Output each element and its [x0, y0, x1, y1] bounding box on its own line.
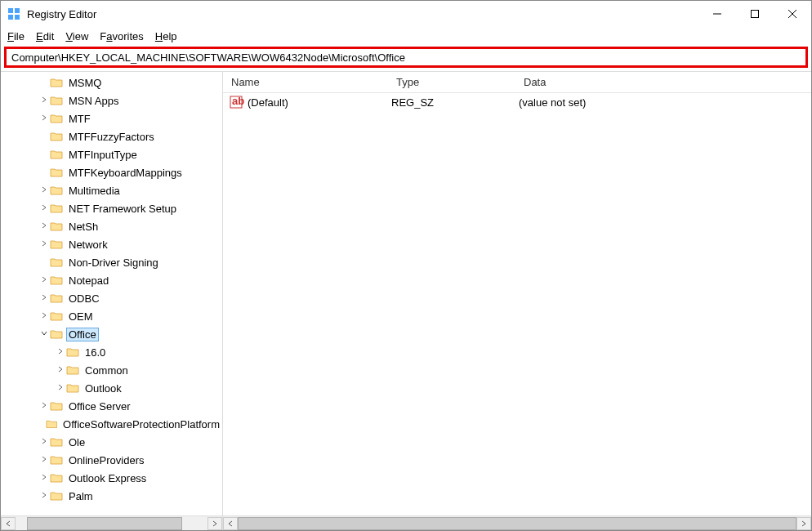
- tree-label: OEM: [66, 310, 96, 324]
- tree-hscrollbar[interactable]: [1, 515, 222, 530]
- folder-icon: [46, 418, 58, 430]
- chevron-right-icon[interactable]: [38, 275, 50, 285]
- tree-label: MSN Apps: [66, 94, 121, 108]
- minimize-button[interactable]: [698, 1, 736, 27]
- tree-label: ODBC: [66, 292, 102, 306]
- folder-icon: [50, 292, 63, 304]
- tree-label: Palm: [66, 489, 96, 503]
- chevron-down-icon[interactable]: [38, 329, 50, 339]
- tree-item-net-framework-setup[interactable]: NET Framework Setup: [1, 199, 222, 217]
- folder-icon: [50, 328, 63, 340]
- chevron-right-icon[interactable]: [38, 114, 50, 123]
- chevron-right-icon[interactable]: [38, 455, 50, 465]
- list-hscrollbar[interactable]: [223, 515, 811, 530]
- tree-label: OnlineProviders: [66, 453, 147, 467]
- scroll-thumb[interactable]: [238, 517, 796, 530]
- tree-item-16-0[interactable]: 16.0: [1, 343, 222, 361]
- tree-item-mtfinputtype[interactable]: MTFInputType: [1, 145, 222, 163]
- menu-view[interactable]: View: [65, 30, 88, 42]
- string-value-icon: ab: [230, 95, 244, 109]
- tree-label: MTFKeyboardMappings: [66, 166, 185, 180]
- scroll-right-button[interactable]: [796, 517, 811, 530]
- col-type[interactable]: Type: [388, 76, 515, 88]
- tree-item-outlook-express[interactable]: Outlook Express: [1, 469, 222, 487]
- folder-icon: [66, 346, 79, 358]
- list-header[interactable]: Name Type Data: [223, 72, 811, 93]
- tree-item-mtf[interactable]: MTF: [1, 109, 222, 127]
- app-icon: [7, 7, 20, 20]
- tree-item-office-server[interactable]: Office Server: [1, 397, 222, 415]
- scroll-track[interactable]: [16, 517, 207, 530]
- address-bar[interactable]: Computer\HKEY_LOCAL_MACHINE\SOFTWARE\WOW…: [4, 47, 808, 68]
- folder-icon: [50, 149, 63, 160]
- tree-item-ole[interactable]: Ole: [1, 433, 222, 451]
- tree-item-notepad[interactable]: Notepad: [1, 271, 222, 289]
- chevron-right-icon[interactable]: [55, 365, 66, 375]
- tree-item-netsh[interactable]: NetSh: [1, 217, 222, 235]
- tree-item-mtffuzzyfactors[interactable]: MTFFuzzyFactors: [1, 127, 222, 145]
- tree-item-network[interactable]: Network: [1, 235, 222, 253]
- folder-icon: [50, 113, 63, 124]
- scroll-track[interactable]: [238, 517, 796, 530]
- menu-file[interactable]: File: [7, 30, 25, 42]
- tree-label: OfficeSoftwareProtectionPlatform: [60, 417, 222, 431]
- tree-item-non-driver-signing[interactable]: Non-Driver Signing: [1, 253, 222, 271]
- svg-text:ab: ab: [232, 95, 244, 107]
- menu-help[interactable]: Help: [155, 30, 177, 42]
- tree-item-palm[interactable]: Palm: [1, 487, 222, 505]
- tree-item-msn-apps[interactable]: MSN Apps: [1, 91, 222, 109]
- tree-item-office[interactable]: Office: [1, 325, 222, 343]
- tree-label: MTF: [66, 112, 93, 126]
- scroll-left-button[interactable]: [223, 517, 238, 530]
- tree-label: Outlook Express: [66, 471, 149, 485]
- tree-item-common[interactable]: Common: [1, 361, 222, 379]
- value-row[interactable]: ab(Default)REG_SZ(value not set): [223, 93, 811, 111]
- col-name[interactable]: Name: [223, 76, 388, 88]
- menu-edit[interactable]: Edit: [36, 30, 54, 42]
- close-button[interactable]: [774, 1, 811, 27]
- tree-item-mtfkeyboardmappings[interactable]: MTFKeyboardMappings: [1, 163, 222, 181]
- chevron-right-icon[interactable]: [55, 383, 66, 393]
- col-data[interactable]: Data: [515, 76, 811, 88]
- value-type: REG_SZ: [391, 96, 519, 109]
- tree-label: Office Server: [66, 399, 133, 413]
- tree-item-onlineproviders[interactable]: OnlineProviders: [1, 451, 222, 469]
- scroll-thumb[interactable]: [27, 517, 182, 530]
- tree-item-msmq[interactable]: MSMQ: [1, 74, 222, 91]
- list-pane: Name Type Data ab(Default)REG_SZ(value n…: [223, 72, 811, 530]
- chevron-right-icon[interactable]: [55, 347, 66, 357]
- tree-item-oem[interactable]: OEM: [1, 307, 222, 325]
- tree-label: Outlook: [83, 382, 124, 395]
- chevron-right-icon[interactable]: [38, 473, 50, 483]
- chevron-right-icon[interactable]: [38, 293, 50, 303]
- chevron-right-icon[interactable]: [38, 311, 50, 321]
- list-body[interactable]: ab(Default)REG_SZ(value not set): [223, 93, 811, 515]
- folder-icon: [50, 490, 63, 502]
- tree-item-outlook[interactable]: Outlook: [1, 379, 222, 397]
- tree-label: Ole: [66, 435, 87, 449]
- folder-icon: [66, 364, 79, 376]
- folder-icon: [50, 274, 63, 286]
- tree-label: MTFFuzzyFactors: [66, 130, 157, 144]
- menu-favorites[interactable]: Favorites: [100, 30, 143, 42]
- chevron-right-icon[interactable]: [38, 401, 50, 411]
- svg-rect-5: [752, 11, 759, 18]
- tree-item-multimedia[interactable]: Multimedia: [1, 181, 222, 199]
- tree-item-odbc[interactable]: ODBC: [1, 289, 222, 307]
- scroll-left-button[interactable]: [1, 517, 16, 530]
- chevron-right-icon[interactable]: [38, 437, 50, 447]
- chevron-right-icon[interactable]: [38, 96, 50, 105]
- chevron-right-icon[interactable]: [38, 185, 50, 195]
- tree-body[interactable]: MSMQMSN AppsMTFMTFFuzzyFactorsMTFInputTy…: [1, 72, 222, 515]
- chevron-right-icon[interactable]: [38, 239, 50, 249]
- tree-item-officesoftwareprotectionplatform[interactable]: OfficeSoftwareProtectionPlatform: [1, 415, 222, 433]
- tree-label: NetSh: [66, 220, 100, 234]
- folder-icon: [50, 454, 63, 466]
- tree-label: NET Framework Setup: [66, 202, 179, 216]
- chevron-right-icon[interactable]: [38, 221, 50, 231]
- maximize-button[interactable]: [736, 1, 774, 27]
- chevron-right-icon[interactable]: [38, 491, 50, 501]
- svg-rect-3: [15, 15, 20, 20]
- chevron-right-icon[interactable]: [38, 203, 50, 213]
- scroll-right-button[interactable]: [207, 517, 222, 530]
